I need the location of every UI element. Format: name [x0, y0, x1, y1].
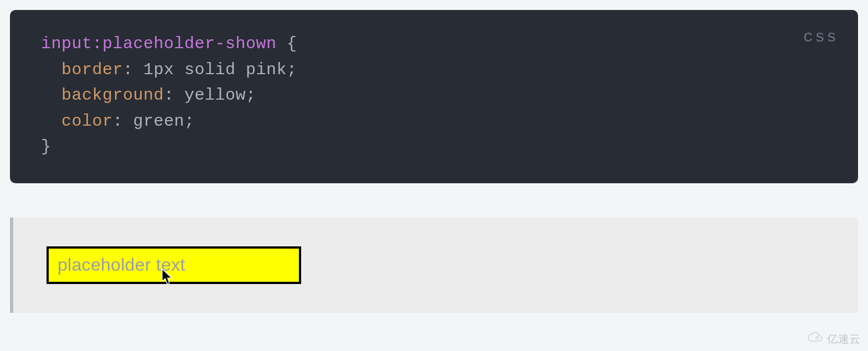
code-token-open-brace: { [277, 34, 297, 53]
language-badge: css [803, 24, 838, 50]
code-block: css input:placeholder-shown { border: 1p… [10, 10, 858, 183]
code-token-property: background [61, 86, 164, 105]
code-indent [41, 60, 61, 79]
demo-area: placeholder text [10, 218, 858, 313]
code-token-semicolon: ; [287, 60, 297, 79]
code-token-colon: : [113, 112, 133, 131]
code-token-semicolon: ; [246, 86, 256, 105]
code-token-value: 1px solid pink [143, 60, 287, 79]
code-line-rule-1: background: yellow; [41, 82, 827, 109]
code-line-rule-2: color: green; [41, 109, 827, 135]
code-line-selector: input:placeholder-shown { [41, 31, 827, 57]
code-token-property: color [61, 112, 113, 131]
code-token-colon: : [123, 60, 143, 79]
code-token-value: yellow [184, 86, 246, 105]
watermark-text: 亿速云 [827, 332, 860, 347]
code-token-property: border [61, 60, 123, 79]
watermark: 亿速云 [807, 332, 860, 347]
code-indent [41, 112, 61, 131]
code-token-close-brace: } [41, 137, 51, 156]
code-line-rule-0: border: 1px solid pink; [41, 57, 827, 83]
svg-point-0 [816, 337, 818, 339]
demo-input[interactable]: placeholder text [46, 246, 301, 284]
code-token-pseudo: :placeholder-shown [92, 34, 277, 53]
code-token-semicolon: ; [184, 112, 195, 131]
code-token-colon: : [164, 86, 184, 105]
code-token-value: green [133, 112, 185, 131]
demo-input-placeholder: placeholder text [58, 255, 185, 275]
code-token-selector: input [41, 34, 92, 53]
code-line-close: } [41, 134, 827, 160]
cloud-icon [807, 332, 824, 346]
code-indent [41, 86, 61, 105]
